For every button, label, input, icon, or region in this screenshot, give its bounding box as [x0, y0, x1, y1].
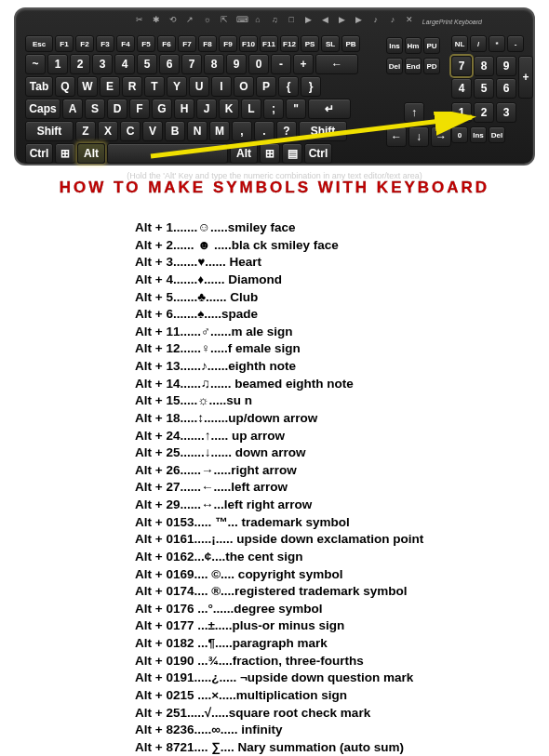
key-s[interactable]: S: [85, 99, 105, 119]
key-"[interactable]: ": [286, 99, 306, 119]
key-⊞[interactable]: ⊞: [260, 143, 280, 164]
key-e[interactable]: E: [100, 76, 120, 97]
key-j[interactable]: J: [196, 99, 217, 119]
key-left[interactable]: ←: [386, 126, 407, 147]
key-{[interactable]: {: [278, 76, 299, 97]
key-*[interactable]: *: [489, 35, 505, 52]
key-f7[interactable]: F7: [178, 35, 196, 52]
key--[interactable]: -: [271, 54, 291, 74]
key-r[interactable]: R: [122, 76, 142, 97]
key-down[interactable]: ↓: [408, 126, 429, 147]
key-.[interactable]: .: [254, 121, 274, 141]
key-i[interactable]: I: [211, 76, 232, 97]
key-3[interactable]: 3: [496, 102, 516, 123]
key-x[interactable]: X: [98, 121, 118, 141]
key-o[interactable]: O: [234, 76, 254, 97]
key-pb[interactable]: PB: [341, 35, 360, 52]
key-6[interactable]: 6: [159, 54, 180, 74]
key-v[interactable]: V: [142, 121, 163, 141]
key-f11[interactable]: F11: [260, 35, 278, 52]
key-,[interactable]: ,: [232, 121, 252, 141]
key-del[interactable]: Del: [386, 58, 403, 74]
key-ins[interactable]: Ins: [386, 37, 403, 54]
key-8[interactable]: 8: [204, 54, 224, 74]
key-7[interactable]: 7: [451, 56, 472, 76]
key-pu[interactable]: PU: [423, 37, 440, 54]
key-pd[interactable]: PD: [423, 58, 440, 74]
key-▤[interactable]: ▤: [282, 143, 302, 164]
key-alt[interactable]: Alt: [77, 143, 105, 164]
key-c[interactable]: C: [120, 121, 141, 141]
key- [interactable]: [107, 143, 228, 164]
key-a[interactable]: A: [62, 99, 83, 119]
key-q[interactable]: Q: [55, 76, 75, 97]
key-4[interactable]: 4: [451, 78, 472, 99]
key-3[interactable]: 3: [92, 54, 113, 74]
key-shift[interactable]: Shift: [25, 121, 74, 141]
key-f4[interactable]: F4: [116, 35, 135, 52]
key-?[interactable]: ?: [276, 121, 297, 141]
key-u[interactable]: U: [189, 76, 209, 97]
key-numpad-plus[interactable]: +: [518, 56, 533, 99]
key-f12[interactable]: F12: [280, 35, 299, 52]
key-alt[interactable]: Alt: [230, 143, 258, 164]
key-right[interactable]: →: [431, 126, 451, 147]
key-5[interactable]: 5: [137, 54, 157, 74]
key-l[interactable]: L: [241, 99, 261, 119]
key-tab[interactable]: Tab: [25, 76, 53, 97]
key-f5[interactable]: F5: [137, 35, 155, 52]
key-up[interactable]: ↑: [404, 102, 424, 123]
key-esc[interactable]: Esc: [25, 35, 53, 52]
key-t[interactable]: T: [144, 76, 165, 97]
key-f9[interactable]: F9: [219, 35, 237, 52]
key-ins[interactable]: Ins: [470, 126, 487, 143]
key-ctrl[interactable]: Ctrl: [304, 143, 332, 164]
key-2[interactable]: 2: [70, 54, 90, 74]
key-ps[interactable]: PS: [301, 35, 319, 52]
key-end[interactable]: End: [405, 58, 422, 74]
key-f2[interactable]: F2: [75, 35, 94, 52]
key-w[interactable]: W: [77, 76, 98, 97]
key-g[interactable]: G: [152, 99, 172, 119]
key-f6[interactable]: F6: [157, 35, 176, 52]
key-m[interactable]: M: [209, 121, 230, 141]
key-del[interactable]: Del: [489, 126, 505, 143]
key-6[interactable]: 6: [496, 78, 516, 99]
key-5[interactable]: 5: [474, 78, 494, 99]
key-ctrl[interactable]: Ctrl: [25, 143, 53, 164]
key-9[interactable]: 9: [496, 56, 516, 76]
key--[interactable]: -: [507, 35, 524, 52]
key-nl[interactable]: NL: [451, 35, 468, 52]
key-~[interactable]: ~: [25, 54, 46, 74]
key-8[interactable]: 8: [474, 56, 494, 76]
key-4[interactable]: 4: [114, 54, 135, 74]
key-9[interactable]: 9: [226, 54, 247, 74]
key-f3[interactable]: F3: [96, 35, 114, 52]
key-caps[interactable]: Caps: [25, 99, 60, 119]
key-+[interactable]: +: [293, 54, 314, 74]
key-y[interactable]: Y: [167, 76, 187, 97]
key-f[interactable]: F: [129, 99, 150, 119]
key-/[interactable]: /: [470, 35, 487, 52]
key-k[interactable]: K: [219, 99, 239, 119]
key-f8[interactable]: F8: [198, 35, 217, 52]
key-↵[interactable]: ↵: [308, 99, 351, 119]
key-⊞[interactable]: ⊞: [55, 143, 75, 164]
key-h[interactable]: H: [174, 99, 194, 119]
key-shift[interactable]: Shift: [299, 121, 347, 141]
key-←[interactable]: ←: [315, 54, 358, 74]
key-n[interactable]: N: [187, 121, 208, 141]
key-hm[interactable]: Hm: [405, 37, 422, 54]
key-7[interactable]: 7: [181, 54, 202, 74]
key-;[interactable]: ;: [263, 99, 284, 119]
key-b[interactable]: B: [165, 121, 185, 141]
key-2[interactable]: 2: [474, 102, 494, 123]
key-}[interactable]: }: [301, 76, 321, 97]
key-1[interactable]: 1: [451, 102, 472, 123]
key-0[interactable]: 0: [451, 126, 468, 143]
key-sl[interactable]: SL: [321, 35, 340, 52]
key-z[interactable]: Z: [75, 121, 96, 141]
key-0[interactable]: 0: [248, 54, 269, 74]
key-d[interactable]: D: [107, 99, 127, 119]
key-p[interactable]: P: [256, 76, 276, 97]
